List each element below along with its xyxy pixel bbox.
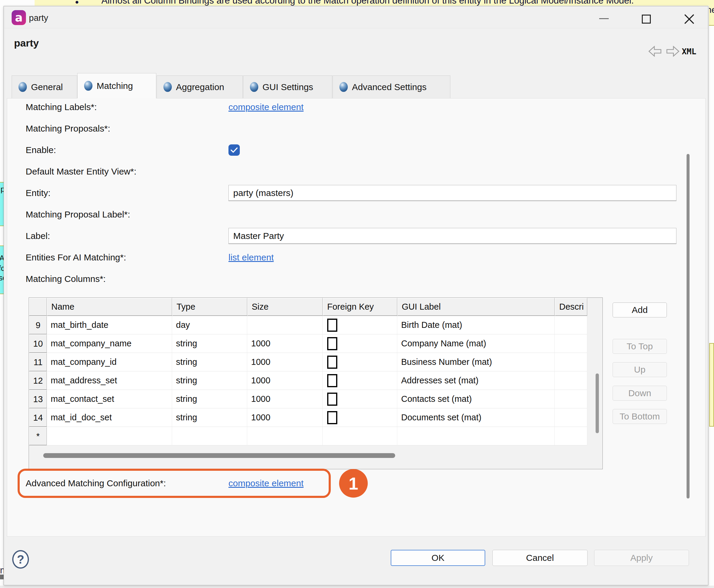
table-row[interactable]: 9 mat_birth_date day Birth Date (mat) <box>29 316 587 334</box>
entity-input[interactable] <box>229 185 676 201</box>
row-number: 9 <box>29 316 47 334</box>
col-header-type: Type <box>172 298 247 316</box>
cell-gui-label: Birth Date (mat) <box>397 316 555 334</box>
table-row[interactable]: 11 mat_company_id string 1000 Business N… <box>29 353 587 372</box>
tab-gui-settings[interactable]: GUI Settings <box>243 76 332 98</box>
cell-type: string <box>172 334 247 353</box>
forward-arrow-icon[interactable] <box>666 45 680 57</box>
cell-size: 1000 <box>247 372 323 390</box>
col-header-foreign-key: Foreign Key <box>323 298 397 316</box>
banner-text: Almost all Column Bindings are used acco… <box>102 0 634 6</box>
cell-type: string <box>172 408 247 427</box>
cell-size: 1000 <box>247 390 323 408</box>
cell-type: string <box>172 390 247 408</box>
cell-description <box>555 372 587 390</box>
tab-sphere-icon <box>84 81 92 91</box>
down-button[interactable]: Down <box>612 386 667 401</box>
tab-general[interactable]: General <box>12 76 77 98</box>
app-icon-letter: a <box>15 11 23 24</box>
table-row[interactable]: 10 mat_company_name string 1000 Company … <box>29 334 587 353</box>
table-row-new[interactable]: * <box>29 427 587 445</box>
cell-description <box>555 408 587 427</box>
matching-proposal-label-label: Matching Proposal Label*: <box>26 208 130 221</box>
close-button[interactable] <box>684 14 694 24</box>
row-number: 11 <box>29 353 47 372</box>
label-input[interactable] <box>229 228 676 244</box>
table-row[interactable]: 12 mat_address_set string 1000 Addresses… <box>29 372 587 390</box>
question-mark-icon: ? <box>17 553 24 566</box>
cell-foreign-key <box>323 316 397 334</box>
col-header-description: Descri <box>555 298 587 316</box>
up-button[interactable]: Up <box>612 362 667 377</box>
fk-checkbox[interactable] <box>327 411 337 424</box>
cell-name <box>47 427 172 445</box>
table-horizontal-scrollbar[interactable] <box>43 453 395 458</box>
cell-size <box>247 427 323 445</box>
cell-foreign-key <box>323 334 397 353</box>
tab-sphere-icon <box>340 82 348 92</box>
cell-size: 1000 <box>247 334 323 353</box>
tab-matching[interactable]: Matching <box>77 73 156 99</box>
table-vertical-scrollbar[interactable] <box>596 374 599 433</box>
cell-description <box>555 353 587 372</box>
cell-size: 1000 <box>247 408 323 427</box>
app-icon: a <box>12 10 26 25</box>
background-yellow-block <box>709 343 714 427</box>
row-number: 10 <box>29 334 47 353</box>
entities-for-ai-matching-link[interactable]: list element <box>229 251 274 264</box>
cell-name: mat_company_id <box>47 353 172 372</box>
apply-button[interactable]: Apply <box>594 550 689 566</box>
cell-foreign-key <box>323 353 397 372</box>
cell-type <box>172 427 247 445</box>
back-arrow-icon[interactable] <box>648 45 662 57</box>
xml-view-button[interactable]: XML <box>682 47 696 56</box>
table-row[interactable]: 14 mat_id_doc_set string 1000 Documents … <box>29 408 587 427</box>
tab-label: General <box>31 82 63 92</box>
to-bottom-button[interactable]: To Bottom <box>612 409 667 424</box>
annotation-highlight-box <box>18 469 331 498</box>
cell-name: mat_address_set <box>47 372 172 390</box>
minimize-button[interactable] <box>599 18 609 19</box>
dialog-vertical-scrollbar[interactable] <box>687 154 690 499</box>
help-button[interactable]: ? <box>12 550 29 569</box>
entity-label: Entity: <box>26 187 50 199</box>
ok-button[interactable]: OK <box>391 550 485 566</box>
fk-checkbox[interactable] <box>327 319 337 332</box>
tab-advanced-settings[interactable]: Advanced Settings <box>332 76 450 98</box>
cell-type: string <box>172 353 247 372</box>
fk-checkbox[interactable] <box>327 356 337 369</box>
matching-columns-label: Matching Columns*: <box>26 273 106 285</box>
fk-checkbox[interactable] <box>327 393 337 406</box>
cell-foreign-key <box>323 408 397 427</box>
matching-labels-label: Matching Labels*: <box>26 101 96 113</box>
maximize-button[interactable] <box>642 15 651 24</box>
enable-label: Enable: <box>26 144 56 156</box>
cell-description <box>555 427 587 445</box>
window-title: party <box>29 13 48 23</box>
fk-checkbox[interactable] <box>327 337 337 350</box>
enable-checkbox[interactable] <box>229 144 240 156</box>
cell-gui-label <box>397 427 555 445</box>
tab-label: Aggregation <box>176 82 224 92</box>
tab-sphere-icon <box>250 82 258 92</box>
table-row[interactable]: 13 mat_contact_set string 1000 Contacts … <box>29 390 587 408</box>
row-number: * <box>29 427 47 445</box>
page-title: party <box>14 37 39 49</box>
screen: • Almost all Column Bindings are used ac… <box>0 0 714 588</box>
cell-name: mat_contact_set <box>47 390 172 408</box>
tab-sphere-icon <box>164 82 172 92</box>
to-top-button[interactable]: To Top <box>612 339 667 354</box>
matching-labels-link[interactable]: composite element <box>229 101 304 113</box>
cell-type: string <box>172 372 247 390</box>
add-button[interactable]: Add <box>612 302 667 317</box>
tab-sphere-icon <box>19 82 27 92</box>
cell-foreign-key <box>323 427 397 445</box>
default-master-entity-view-label: Default Master Entity View*: <box>26 165 136 178</box>
cancel-button[interactable]: Cancel <box>492 550 587 566</box>
tab-label: GUI Settings <box>262 82 313 92</box>
tab-aggregation[interactable]: Aggregation <box>156 76 243 98</box>
fk-checkbox[interactable] <box>327 374 337 387</box>
cell-description <box>555 334 587 353</box>
cell-description <box>555 316 587 334</box>
cell-description <box>555 390 587 408</box>
